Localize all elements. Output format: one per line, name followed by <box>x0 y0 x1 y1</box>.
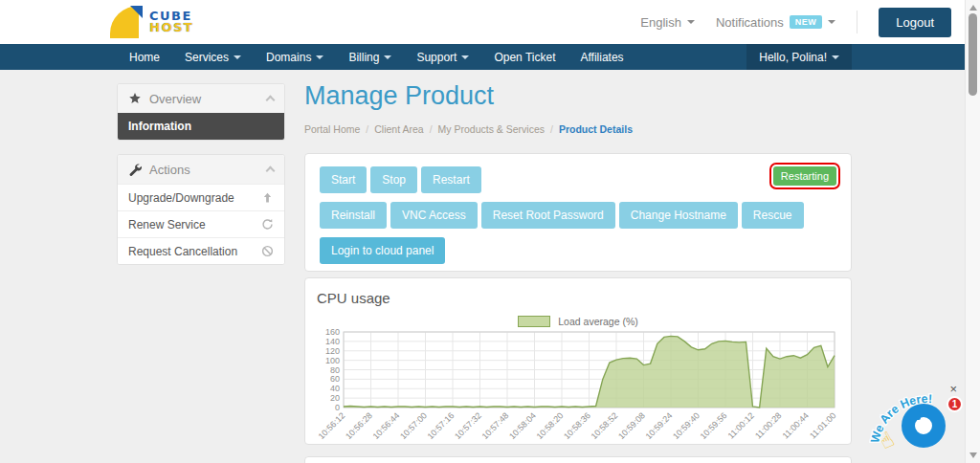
svg-text:10:59:40: 10:59:40 <box>671 410 702 441</box>
svg-text:11:00:44: 11:00:44 <box>781 410 811 440</box>
sidebar-item-upgrade-downgrade[interactable]: Upgrade/Downgrade <box>118 184 284 210</box>
scrollbar-down-icon[interactable] <box>969 452 977 458</box>
caret-down-icon <box>828 20 835 24</box>
svg-text:10:56:28: 10:56:28 <box>344 410 374 441</box>
language-dropdown[interactable]: English <box>640 15 695 30</box>
cubehost-logo-icon <box>110 6 143 38</box>
svg-text:10:58:36: 10:58:36 <box>562 410 592 441</box>
next-panel-edge <box>304 456 852 463</box>
sidebar-item-renew-service[interactable]: Renew Service <box>118 210 284 237</box>
overview-panel-header[interactable]: Overview <box>118 84 284 113</box>
svg-text:140: 140 <box>325 337 340 346</box>
header-right-cluster: English Notifications NEW Logout <box>640 8 951 37</box>
actions-panel-header[interactable]: Actions <box>118 155 284 184</box>
svg-text:10:59:08: 10:59:08 <box>616 410 647 441</box>
svg-text:20: 20 <box>330 393 340 403</box>
svg-text:120: 120 <box>325 346 340 356</box>
nav-item-domains[interactable]: Domains <box>254 44 336 70</box>
application-window: CUBE HOST English Notifications NEW Logo… <box>0 0 980 463</box>
nav-item-open-ticket[interactable]: Open Ticket <box>481 44 568 70</box>
svg-text:10:58:20: 10:58:20 <box>535 410 566 441</box>
actions-title: Actions <box>149 163 190 177</box>
sidebar: Overview Information Actions Upgrade/Dow… <box>117 83 285 278</box>
svg-text:80: 80 <box>330 365 340 375</box>
vnc-access-button[interactable]: VNC Access <box>390 202 478 229</box>
actions-panel: Actions Upgrade/Downgrade Renew Service … <box>117 154 285 265</box>
language-label: English <box>640 15 681 30</box>
svg-text:10:58:52: 10:58:52 <box>590 410 620 441</box>
main-content: Manage Product Portal Home Client Area M… <box>304 81 852 463</box>
svg-text:11:00:28: 11:00:28 <box>753 410 783 440</box>
overview-panel: Overview Information <box>117 83 285 141</box>
user-menu[interactable]: Hello, Polina! <box>746 44 852 70</box>
change-hostname-button[interactable]: Change Hostname <box>619 202 738 229</box>
svg-text:10:56:12: 10:56:12 <box>317 410 346 441</box>
live-chat-widget[interactable]: × We Are Here! 1 ☝ <box>873 379 965 463</box>
svg-text:10:57:32: 10:57:32 <box>453 410 483 441</box>
caret-down-icon <box>234 55 241 59</box>
ban-icon <box>261 245 274 257</box>
caret-down-icon <box>461 55 469 59</box>
overview-title: Overview <box>149 92 201 106</box>
logo-text: CUBE HOST <box>149 11 193 33</box>
svg-text:60: 60 <box>330 374 340 384</box>
restart-button[interactable]: Restart <box>421 166 481 193</box>
scrollbar-up-icon[interactable] <box>969 5 977 11</box>
svg-text:100: 100 <box>325 356 340 365</box>
caret-down-icon <box>832 55 839 59</box>
svg-text:40: 40 <box>330 384 340 393</box>
chevron-up-icon <box>266 166 276 176</box>
chat-unread-badge: 1 <box>947 396 963 412</box>
arrow-up-icon <box>261 191 274 204</box>
svg-text:10:57:48: 10:57:48 <box>480 410 511 441</box>
svg-text:11:01:00: 11:01:00 <box>808 410 837 440</box>
wrench-icon <box>128 163 142 176</box>
rescue-button[interactable]: Rescue <box>742 202 804 229</box>
sidebar-item-information[interactable]: Information <box>118 113 284 140</box>
caret-down-icon <box>687 20 695 24</box>
product-controls-panel: Start Stop Restart Restarting Reinstall … <box>304 153 852 272</box>
start-button[interactable]: Start <box>320 166 367 193</box>
breadcrumb-client-area[interactable]: Client Area <box>374 123 432 135</box>
nav-item-affiliates[interactable]: Affiliates <box>568 44 635 70</box>
chevron-up-icon <box>266 96 276 105</box>
login-to-cloud-panel-button[interactable]: Login to cloud panel <box>320 237 445 264</box>
chart-legend: Load average (%) <box>317 316 839 327</box>
breadcrumb-product-details: Product Details <box>559 123 633 135</box>
nav-item-services[interactable]: Services <box>172 44 254 70</box>
svg-text:10:59:56: 10:59:56 <box>699 410 729 441</box>
caret-down-icon <box>384 55 391 59</box>
caret-down-icon <box>316 55 323 59</box>
panel-login-row: Login to cloud panel <box>320 237 836 264</box>
nav-item-billing[interactable]: Billing <box>336 44 404 70</box>
stop-button[interactable]: Stop <box>370 166 417 193</box>
breadcrumb-portal-home[interactable]: Portal Home <box>304 123 368 135</box>
nav-item-home[interactable]: Home <box>117 44 172 70</box>
svg-text:11:00:12: 11:00:12 <box>726 410 756 440</box>
cubehost-logo[interactable]: CUBE HOST <box>110 6 193 38</box>
header-divider <box>857 11 858 33</box>
svg-text:10:59:24: 10:59:24 <box>644 410 675 441</box>
page-title: Manage Product <box>304 81 852 111</box>
svg-text:160: 160 <box>325 329 340 337</box>
legend-swatch-icon <box>518 316 550 327</box>
main-navbar: Home Services Domains Billing Support Op… <box>0 44 980 70</box>
management-controls-row: Reinstall VNC Access Reset Root Password… <box>320 202 836 229</box>
star-icon <box>128 92 142 105</box>
chat-bubble-button[interactable] <box>902 404 946 448</box>
top-header: CUBE HOST English Notifications NEW Logo… <box>0 0 980 44</box>
nav-item-support[interactable]: Support <box>404 44 481 70</box>
power-controls-row: Start Stop Restart Restarting <box>320 166 836 193</box>
reinstall-button[interactable]: Reinstall <box>320 202 387 229</box>
svg-text:10:56:44: 10:56:44 <box>371 410 402 441</box>
reset-root-password-button[interactable]: Reset Root Password <box>481 202 615 229</box>
notifications-dropdown[interactable]: Notifications NEW <box>716 15 835 30</box>
vertical-scrollbar[interactable] <box>965 0 980 463</box>
cpu-chart-canvas: 02040608010012014016010:56:1210:56:2810:… <box>317 329 841 445</box>
scrollbar-thumb[interactable] <box>969 13 977 96</box>
logout-button[interactable]: Logout <box>879 8 951 37</box>
sidebar-item-request-cancellation[interactable]: Request Cancellation <box>118 237 284 264</box>
status-badge-restarting: Restarting <box>773 166 836 186</box>
notifications-label: Notifications <box>716 15 784 30</box>
breadcrumb-my-products[interactable]: My Products & Services <box>438 123 553 135</box>
